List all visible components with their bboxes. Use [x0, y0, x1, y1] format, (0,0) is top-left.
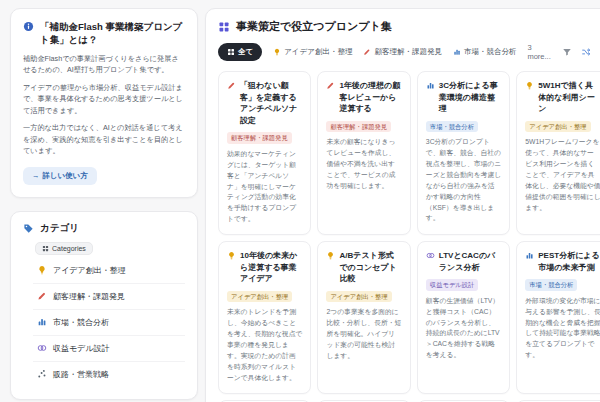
categories-badge-label: Categories	[52, 245, 86, 252]
card-title-row: 10年後の未来から逆算する事業アイデア	[227, 250, 302, 285]
info-icon	[23, 21, 34, 32]
arrow-right-icon: →	[32, 171, 40, 180]
main-panel: 事業策定で役立つプロンプト集 全てアイデア創出・整理顧客理解・課題発見市場・競合…	[205, 8, 600, 402]
toolbar	[562, 47, 600, 57]
prompt-card[interactable]: 「狙わない顧客」を定義するアンチペルソナ設定顧客理解・課題発見効果的なマーケティ…	[218, 71, 311, 235]
marker-pen-icon	[326, 81, 335, 90]
about-header: 「補助金Flash 事業構築プロンプト集」とは？	[23, 20, 185, 47]
sidebar-category-market[interactable]: 市場・競合分析	[33, 310, 185, 336]
prompt-card[interactable]: 1年後の理想の顧客レビューから逆算する顧客理解・課題発見未来の顧客になりきってレ…	[317, 71, 410, 235]
grid-icon	[42, 245, 49, 252]
marker-pen-icon	[37, 291, 47, 301]
category-list: アイデア創出・整理顧客理解・課題発見市場・競合分析収益モデル設計販路・営業戦略	[23, 258, 185, 387]
usage-guide-button[interactable]: → 詳しい使い方	[23, 167, 97, 185]
card-title: 5W1Hで描く具体的な利用シーン	[538, 80, 600, 115]
categories-header: カテゴリ	[23, 222, 185, 235]
coins-icon	[426, 251, 435, 260]
tab-customer[interactable]: 顧客理解・課題発見	[363, 47, 442, 57]
category-badge: 顧客理解・課題発見	[326, 121, 391, 133]
category-label: 市場・競合分析	[53, 317, 109, 328]
card-grid: 「狙わない顧客」を定義するアンチペルソナ設定顧客理解・課題発見効果的なマーケティ…	[218, 71, 600, 402]
card-description: 外部環境の変化が市場に与える影響を予測し、長期的な機会と脅威を把握して持続可能な…	[525, 296, 600, 361]
marker-pen-icon	[363, 48, 371, 56]
card-description: 未来の顧客になりきってレビューを作成し、価値や不満を洗い出すことで、サービスの成…	[326, 137, 401, 191]
card-description: 未来のトレンドを予測し、今始めるべきことを考え、長期的な視点で事業の種を発見しま…	[227, 307, 302, 383]
about-paragraph: 一方的な出力ではなく、AIとの対話を通じて考えを深め、実践的な知恵を引き出すこと…	[23, 122, 185, 157]
prompt-card[interactable]: 10年後の未来から逆算する事業アイデアアイデア創出・整理未来のトレンドを予測し、…	[218, 241, 311, 393]
card-description: 顧客の生涯価値（LTV）と獲得コスト（CAC）のバランスを分析し、持続的成長のた…	[426, 296, 501, 361]
about-title: 「補助金Flash 事業構築プロンプト集」とは？	[40, 20, 185, 47]
page-title: 事業策定で役立つプロンプト集	[236, 19, 392, 34]
tab-list: 全てアイデア創出・整理顧客理解・課題発見市場・競合分析	[218, 43, 516, 61]
category-label: 販路・営業戦略	[53, 369, 109, 380]
category-badge: 市場・競合分析	[525, 279, 577, 291]
card-description: 2つの事業案を多面的に比較・分析し、長所・短所を明確化。ハイブリッド案の可能性も…	[326, 307, 401, 361]
page: 「補助金Flash 事業構築プロンプト集」とは？ 補助金Flashでの事業計画づ…	[0, 0, 600, 402]
tab-label: 顧客理解・課題発見	[374, 47, 442, 57]
scatter-icon	[37, 369, 47, 379]
tag-icon	[23, 223, 34, 234]
sidebar: 「補助金Flash 事業構築プロンプト集」とは？ 補助金Flashでの事業計画づ…	[10, 8, 198, 400]
category-badge: 顧客理解・課題発見	[227, 132, 292, 144]
usage-guide-label: 詳しい使い方	[43, 171, 89, 181]
about-panel: 「補助金Flash 事業構築プロンプト集」とは？ 補助金Flashでの事業計画づ…	[10, 8, 198, 198]
sidebar-category-customer[interactable]: 顧客理解・課題発見	[33, 284, 185, 310]
about-paragraphs: 補助金Flashでの事業計画づくりをさらに発展させるための、AI壁打ち用プロンプ…	[23, 53, 185, 157]
prompt-card[interactable]: LTVとCACのバランス分析収益モデル設計顧客の生涯価値（LTV）と獲得コスト（…	[417, 241, 510, 393]
about-paragraph: アイデアの整理から市場分析、収益モデル設計まで、事業を具体化するための思考支援ツ…	[23, 82, 185, 117]
bar-chart-icon	[453, 48, 461, 56]
tab-label: 市場・競合分析	[464, 47, 517, 57]
grid-icon	[218, 21, 230, 33]
card-title-row: A/Bテスト形式でのコンセプト比較	[326, 250, 401, 285]
card-title: 3C分析による事業環境の構造整理	[439, 80, 501, 115]
lightbulb-icon	[37, 265, 47, 275]
category-badge: アイデア創出・整理	[227, 291, 292, 303]
coins-icon	[37, 343, 47, 353]
prompt-card[interactable]: PEST分析による市場の未来予測市場・競合分析外部環境の変化が市場に与える影響を…	[516, 241, 600, 393]
category-badge: アイデア創出・整理	[326, 291, 391, 303]
marker-pen-icon	[227, 81, 236, 90]
lightbulb-icon	[525, 81, 534, 90]
card-title-row: PEST分析による市場の未来予測	[525, 250, 600, 273]
card-title: 10年後の未来から逆算する事業アイデア	[240, 250, 302, 285]
sidebar-category-sales[interactable]: 販路・営業戦略	[33, 362, 185, 387]
bar-chart-icon	[426, 81, 435, 90]
card-title-row: 5W1Hで描く具体的な利用シーン	[525, 80, 600, 115]
about-paragraph: 補助金Flashでの事業計画づくりをさらに発展させるための、AI壁打ち用プロンプ…	[23, 53, 185, 76]
card-title: A/Bテスト形式でのコンセプト比較	[339, 250, 401, 285]
sidebar-category-idea[interactable]: アイデア創出・整理	[33, 258, 185, 284]
category-label: 顧客理解・課題発見	[53, 291, 125, 302]
lightbulb-icon	[326, 251, 335, 260]
more-tabs-button[interactable]: 3 more...	[527, 43, 550, 61]
card-title: PEST分析による市場の未来予測	[538, 250, 600, 273]
card-description: 5W1Hフレームワークを使って、具体的なサービス利用シーンを描くことで、アイデア…	[525, 137, 600, 213]
sidebar-category-revenue[interactable]: 収益モデル設計	[33, 336, 185, 362]
card-title-row: 3C分析による事業環境の構造整理	[426, 80, 501, 115]
filter-icon[interactable]	[562, 47, 572, 57]
shuffle-icon[interactable]	[581, 47, 591, 57]
card-description: 効果的なマーケティングには、ターゲット顧客と「アンチペルソナ」を明確にしマーケテ…	[227, 149, 302, 225]
lightbulb-icon	[227, 251, 236, 260]
categories-title: カテゴリ	[40, 222, 79, 235]
card-description: 3C分析のプロンプトで、顧客、競合、自社の視点を整理し、市場のニーズと競合動向を…	[426, 137, 501, 224]
card-title-row: 「狙わない顧客」を定義するアンチペルソナ設定	[227, 80, 302, 126]
card-title: LTVとCACのバランス分析	[439, 250, 501, 273]
prompt-card[interactable]: 5W1Hで描く具体的な利用シーンアイデア創出・整理5W1Hフレームワークを使って…	[516, 71, 600, 235]
tab-label: アイデア創出・整理	[284, 47, 352, 57]
categories-badge: Categories	[35, 242, 93, 255]
card-title: 1年後の理想の顧客レビューから逆算する	[339, 80, 401, 115]
tab-idea[interactable]: アイデア創出・整理	[273, 47, 352, 57]
prompt-card[interactable]: A/Bテスト形式でのコンセプト比較アイデア創出・整理2つの事業案を多面的に比較・…	[317, 241, 410, 393]
tab-all[interactable]: 全て	[218, 43, 262, 61]
category-badge: アイデア創出・整理	[525, 121, 590, 133]
tab-market[interactable]: 市場・競合分析	[453, 47, 517, 57]
lightbulb-icon	[273, 48, 281, 56]
bar-chart-icon	[525, 251, 534, 260]
category-label: アイデア創出・整理	[53, 265, 126, 276]
prompt-card[interactable]: 3C分析による事業環境の構造整理市場・競合分析3C分析のプロンプトで、顧客、競合…	[417, 71, 510, 235]
grid-icon	[227, 48, 235, 56]
category-badge: 収益モデル設計	[426, 279, 479, 291]
main-header: 事業策定で役立つプロンプト集	[218, 19, 600, 34]
category-label: 収益モデル設計	[53, 343, 110, 354]
bar-chart-icon	[37, 317, 47, 327]
